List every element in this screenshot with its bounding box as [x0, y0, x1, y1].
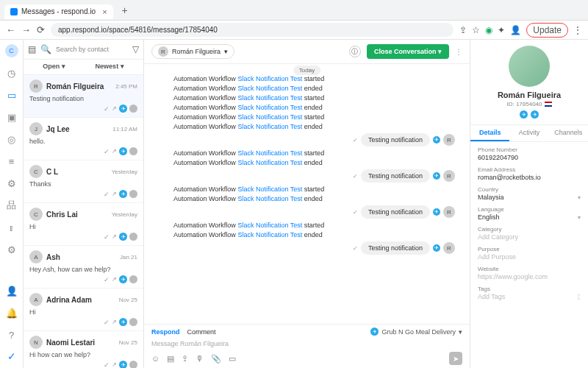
composer: Respond Comment ✈ Grub N Go Meal Deliver… — [144, 324, 470, 368]
tab-comment[interactable]: Comment — [187, 328, 216, 336]
star-icon[interactable]: ☆ — [472, 25, 480, 35]
workflow-icon[interactable]: ⚙ — [5, 177, 18, 190]
forward-icon[interactable]: → — [21, 24, 31, 35]
telegram-icon: ✈ — [119, 318, 127, 326]
chevron-down-icon: ▾ — [578, 214, 581, 221]
settings-icon[interactable]: ⚙ — [5, 243, 18, 256]
purpose-field[interactable]: Add Purpose — [478, 253, 581, 261]
workspace-avatar[interactable]: C — [5, 44, 18, 57]
avatar-icon[interactable]: 👤 — [510, 25, 521, 35]
workflow-link[interactable]: Slack Notification Test — [237, 75, 302, 82]
contacts-icon[interactable]: ▣ — [5, 110, 18, 124]
telegram-channel-icon[interactable]: ✈ — [520, 110, 528, 118]
conversation-item[interactable]: CChris LaiYesterdayHi✓↗✈ — [24, 203, 143, 246]
mic-icon[interactable]: 🎙 — [196, 354, 204, 363]
close-tab-icon[interactable]: × — [102, 7, 107, 16]
search-input[interactable]: Search by contact — [56, 46, 128, 53]
workflow-link[interactable]: Slack Notification Test — [237, 113, 302, 121]
panel-icon[interactable]: ▤ — [28, 44, 36, 54]
assignee-picker[interactable]: R Román Filgueira ▾ — [151, 44, 234, 59]
browser-tab[interactable]: Messages - respond.io × — [4, 4, 113, 19]
sender-avatar: R — [443, 170, 455, 182]
back-icon[interactable]: ← — [6, 24, 15, 35]
user-icon[interactable]: 👤 — [5, 284, 18, 297]
agent-avatar — [129, 361, 137, 368]
tab-activity[interactable]: Activity — [509, 125, 548, 141]
address-bar[interactable]: app.respond.io/space/54816/message/17854… — [51, 23, 453, 37]
telegram-icon: ✈ — [119, 147, 127, 155]
category-field[interactable]: Add Category — [478, 233, 581, 241]
tree-icon[interactable]: 品 — [5, 199, 18, 212]
email-field[interactable]: roman@rocketbots.io — [478, 174, 581, 181]
list-icon[interactable]: ≡ — [5, 155, 18, 168]
filter-newest[interactable]: Newest ▾ — [96, 63, 124, 70]
tab-respond[interactable]: Respond — [151, 328, 180, 336]
website-field[interactable]: https://www.google.com — [478, 273, 581, 280]
language-field[interactable]: English▾ — [478, 213, 581, 221]
tab-channels[interactable]: Channels — [549, 125, 588, 141]
conversation-item[interactable]: NNaomi LestariNov 25Hi how can we help?✓… — [24, 331, 143, 368]
field-label: Phone Number — [478, 146, 581, 153]
workflow-link[interactable]: Slack Notification Test — [237, 85, 302, 92]
workflow-event: Automation Workflow Slack Notification T… — [173, 94, 455, 102]
workflow-link[interactable]: Slack Notification Test — [237, 222, 302, 229]
conversation-item[interactable]: AAshJan 21Hey Ash, how can we help?✓↗✈ — [24, 246, 143, 289]
update-button[interactable]: Update — [526, 23, 568, 38]
telegram-icon: ✈ — [119, 275, 127, 283]
browser-tab-strip: Messages - respond.io × + — [0, 0, 588, 21]
template-icon[interactable]: ▭ — [229, 354, 236, 364]
share-icon[interactable]: ⇪ — [459, 25, 467, 35]
bell-icon[interactable]: 🔔 — [5, 306, 18, 319]
conversation-item[interactable]: JJq Lee11:12 AMhello.✓↗✈ — [24, 118, 143, 160]
field-label: Purpose — [478, 246, 581, 252]
workflow-link[interactable]: Slack Notification Test — [237, 231, 302, 238]
telegram-icon: ✈ — [433, 208, 440, 216]
workflow-link[interactable]: Slack Notification Test — [237, 94, 302, 102]
date-divider: Today — [293, 66, 320, 75]
workflow-link[interactable]: Slack Notification Test — [237, 149, 302, 157]
broadcast-icon[interactable]: ◎ — [5, 132, 18, 146]
field-label: Category — [478, 226, 581, 233]
emoji-icon[interactable]: ☺ — [151, 354, 159, 363]
puzzle-icon[interactable]: ✦ — [498, 25, 505, 35]
workflow-event: Automation Workflow Slack Notification T… — [173, 75, 455, 82]
phone-field[interactable]: 60192204790 — [478, 154, 581, 161]
menu-icon[interactable]: ⋮ — [573, 25, 582, 35]
outgoing-message: ✓Testing notification✈R — [173, 241, 455, 255]
telegram-icon: ✈ — [370, 328, 379, 336]
close-conversation-button[interactable]: Close Conversation ▾ — [367, 44, 449, 59]
filter-icon[interactable]: ▽ — [132, 44, 139, 54]
workflow-link[interactable]: Slack Notification Test — [237, 123, 302, 130]
workflow-link[interactable]: Slack Notification Test — [237, 104, 302, 111]
messages-icon[interactable]: ▭ — [5, 88, 18, 102]
info-icon[interactable]: ⓘ — [349, 46, 361, 57]
conversation-item[interactable]: AAdrina AdamNov 25Hi✓↗✈ — [24, 289, 143, 331]
filter-open[interactable]: Open ▾ — [43, 63, 65, 70]
telegram-channel-icon-2[interactable]: ✈ — [531, 110, 539, 118]
message-input[interactable]: Message Román Filgueira — [151, 338, 462, 350]
country-field[interactable]: Malaysia▾ — [478, 194, 581, 201]
workflow-link[interactable]: Slack Notification Test — [237, 195, 302, 202]
tab-details[interactable]: Details — [470, 125, 509, 141]
workflow-link[interactable]: Slack Notification Test — [237, 159, 302, 166]
send-button[interactable]: ➤ — [449, 352, 462, 365]
field-label: Website — [478, 266, 581, 272]
telegram-icon: ✈ — [433, 172, 440, 180]
reload-icon[interactable]: ⟳ — [37, 24, 45, 35]
help-icon[interactable]: ? — [5, 328, 18, 342]
reports-icon[interactable]: ⫾ — [5, 221, 18, 234]
more-icon[interactable]: ⋮ — [455, 48, 462, 56]
workflow-link[interactable]: Slack Notification Test — [237, 185, 302, 193]
extension-icon[interactable]: ◉ — [485, 25, 492, 35]
attach-icon[interactable]: 📎 — [211, 354, 221, 364]
tags-field[interactable]: Add Tags⌶ — [478, 293, 581, 300]
snippet-icon[interactable]: ▤ — [167, 354, 174, 364]
telegram-icon: ✈ — [119, 361, 127, 368]
channel-picker[interactable]: ✈ Grub N Go Meal Delivery ▾ — [370, 328, 462, 336]
dashboard-icon[interactable]: ◷ — [5, 66, 18, 79]
new-tab-button[interactable]: + — [118, 4, 132, 16]
upload-icon[interactable]: ⇪ — [182, 354, 188, 364]
check-icon: ✓ — [353, 245, 358, 252]
conversation-item[interactable]: CC LYesterdayThanks✓↗✈ — [24, 160, 143, 203]
conversation-item[interactable]: RRomán Filgueira2:45 PMTesting notificat… — [24, 75, 143, 118]
